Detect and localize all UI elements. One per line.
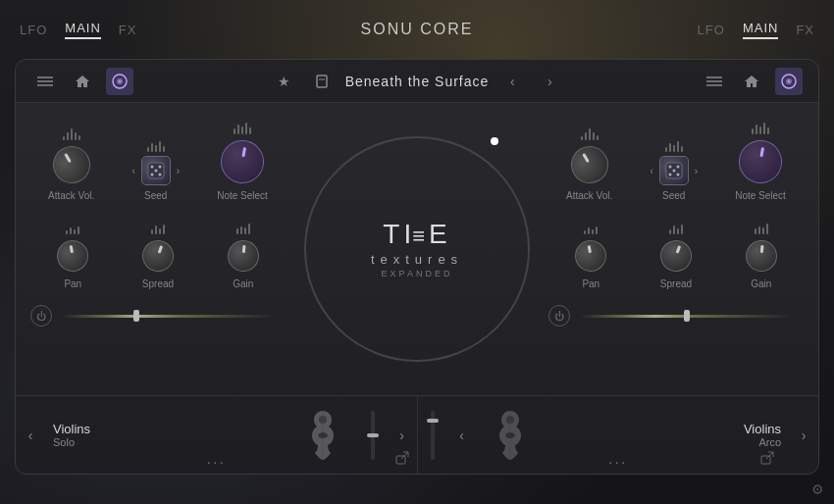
instrument-strip: ‹ Violins Solo [16, 395, 818, 474]
home-icon-right[interactable] [738, 68, 765, 95]
right-controls-row1: Attack Vol. [548, 113, 804, 209]
menu-icon-right[interactable] [701, 68, 728, 95]
svg-point-33 [505, 432, 515, 438]
tab-main-left[interactable]: MAIN [65, 21, 101, 39]
left-section-bottom: ⏻ [30, 301, 286, 330]
svg-rect-34 [761, 456, 770, 464]
panel-title: Beneath the Surface [345, 74, 490, 89]
instrument-left-prev[interactable]: ‹ [16, 396, 45, 474]
attack-vol-knob-left[interactable] [46, 139, 97, 190]
export-icon-right[interactable] [760, 451, 774, 468]
next-icon[interactable]: › [536, 68, 563, 95]
instrument-left-image [289, 406, 358, 465]
right-h-slider[interactable] [580, 315, 794, 318]
instrument-left-slider-track[interactable] [371, 411, 375, 460]
gear-icon[interactable]: ⚙ [811, 481, 824, 497]
pan-knob-left[interactable] [55, 237, 91, 274]
right-attack-vol-group: Attack Vol. [566, 126, 612, 201]
spread-label-right: Spread [660, 278, 692, 289]
right-section: Attack Vol. [534, 103, 818, 395]
pan-label-right: Pan [582, 278, 599, 289]
seed-die-right[interactable] [659, 156, 689, 185]
left-pan-group: Pan [57, 221, 88, 289]
tab-lfo-right[interactable]: LFO [698, 23, 725, 37]
prev-icon[interactable]: ‹ [498, 68, 526, 95]
right-seed-group: Seed [648, 138, 700, 201]
tab-fx-left[interactable]: FX [119, 23, 137, 37]
note-select-label-right: Note Select [735, 190, 786, 201]
layers-icon[interactable] [106, 68, 133, 95]
main-panel: ★ Beneath the Surface ‹ › [15, 59, 819, 475]
seed-label-left: Seed [144, 190, 167, 201]
svg-point-21 [668, 166, 671, 169]
attack-vol-knob-right[interactable] [564, 139, 615, 190]
attack-vol-label-left: Attack Vol. [48, 190, 94, 201]
svg-point-16 [158, 166, 161, 169]
nav-group-left: LFO MAIN FX [20, 21, 136, 39]
spread-knob-left[interactable] [137, 235, 178, 276]
power-button-left[interactable]: ⏻ [30, 305, 52, 327]
layers-icon-right[interactable] [775, 68, 803, 95]
svg-point-25 [672, 170, 675, 173]
left-h-slider[interactable] [62, 315, 276, 318]
bookmark-icon[interactable] [308, 68, 336, 95]
seed-arrow-left-right[interactable] [648, 164, 654, 178]
spread-knob-right[interactable] [655, 235, 696, 276]
brand-textures: textures [371, 252, 463, 267]
left-controls-row2: Pan Spread [30, 217, 286, 293]
note-select-wave-right [752, 121, 769, 134]
gain-knob-right[interactable] [744, 239, 778, 274]
tab-main-right[interactable]: MAIN [743, 21, 779, 39]
star-icon[interactable]: ★ [271, 68, 298, 95]
brand-center: TI≡E textures EXPANDED [371, 221, 463, 278]
instrument-left-slider [358, 396, 388, 474]
svg-point-18 [158, 174, 161, 176]
panel-header-right [701, 68, 803, 95]
gain-knob-left[interactable] [226, 239, 260, 274]
gain-wave-right [755, 221, 768, 234]
left-spread-group: Spread [142, 221, 174, 289]
note-select-knob-left[interactable] [218, 137, 268, 187]
left-section: Attack Vol. [16, 103, 300, 395]
center-area: TI≡E textures EXPANDED [300, 103, 534, 395]
menu-icon[interactable] [31, 68, 59, 95]
seed-die-left[interactable] [141, 156, 171, 185]
right-note-select-group: Note Select [735, 121, 786, 201]
tab-lfo-left[interactable]: LFO [20, 23, 47, 37]
power-button-right[interactable]: ⏻ [548, 305, 570, 327]
instrument-right-subtitle: Arco [553, 436, 782, 448]
note-select-label-left: Note Select [217, 190, 268, 201]
seed-label-right: Seed [662, 190, 685, 201]
instrument-right-prev[interactable]: ‹ [447, 396, 477, 474]
bottom-bar: ⚙ [0, 475, 834, 504]
seed-row-left [130, 156, 182, 185]
instrument-right-slider-thumb [427, 419, 439, 423]
svg-rect-6 [317, 76, 327, 87]
spread-wave-right [669, 221, 683, 234]
export-icon-left[interactable] [395, 451, 409, 468]
seed-arrow-right-left[interactable] [175, 164, 182, 178]
pan-wave-left [66, 221, 79, 234]
tab-fx-right[interactable]: FX [796, 23, 814, 37]
right-spread-group: Spread [660, 221, 692, 289]
svg-point-19 [154, 170, 157, 173]
instrument-left-dots[interactable]: ... [207, 450, 226, 468]
left-controls-row1: Attack Vol. [30, 113, 286, 209]
note-select-knob-right[interactable] [736, 137, 786, 187]
seed-wave-right [665, 138, 683, 152]
nav-group-right: LFO MAIN FX [698, 21, 814, 39]
gain-label-right: Gain [751, 278, 771, 289]
instrument-left-name: Violins [53, 422, 282, 436]
panel-header-left [31, 68, 133, 95]
pan-knob-right[interactable] [573, 237, 609, 274]
panel-header: ★ Beneath the Surface ‹ › [16, 60, 818, 103]
pan-wave-right [584, 221, 598, 234]
seed-arrow-left-left[interactable] [130, 164, 136, 178]
instrument-right-info: Violins Arco [546, 422, 790, 448]
attack-vol-wave-left [63, 126, 80, 140]
instrument-right-slider-track[interactable] [431, 411, 435, 460]
instrument-right-dots[interactable]: ... [608, 450, 627, 468]
seed-arrow-right-right[interactable] [693, 164, 700, 178]
instrument-right-next[interactable]: › [789, 396, 818, 474]
home-icon[interactable] [69, 68, 96, 95]
